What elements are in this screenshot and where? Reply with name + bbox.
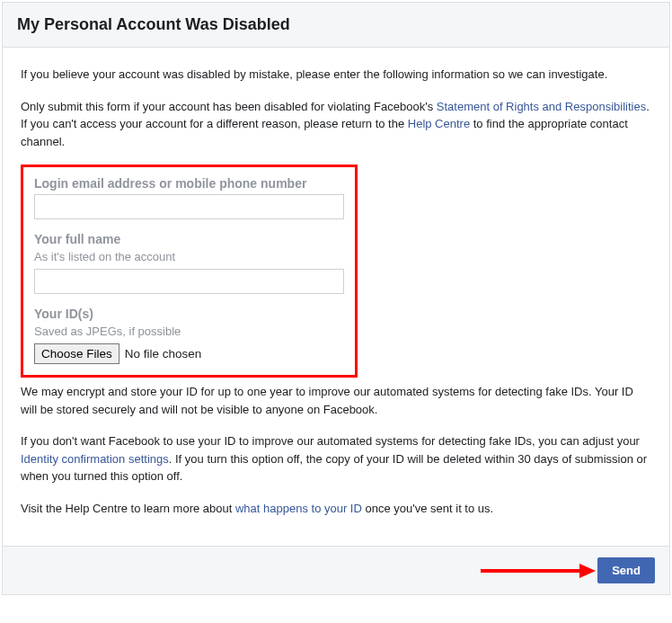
- login-label: Login email address or mobile phone numb…: [34, 176, 344, 191]
- fullname-group: Your full name As it's listed on the acc…: [34, 232, 344, 294]
- login-input[interactable]: [34, 194, 344, 219]
- svg-marker-1: [579, 564, 596, 578]
- fullname-hint: As it's listed on the account: [34, 250, 344, 263]
- fullname-input[interactable]: [34, 269, 344, 294]
- form-footer: Send: [3, 546, 669, 594]
- intro-text-2: Only submit this form if your account ha…: [21, 98, 651, 151]
- file-status-text: No file chosen: [125, 347, 202, 360]
- form-header: My Personal Account Was Disabled: [3, 3, 669, 48]
- intro-text-1: If you believe your account was disabled…: [21, 66, 651, 84]
- file-input-row: Choose Files No file chosen: [34, 343, 344, 364]
- help-centre-link[interactable]: Help Centre: [408, 117, 470, 130]
- id-hint: Saved as JPEGs, if possible: [34, 325, 344, 338]
- rights-link[interactable]: Statement of Rights and Responsibilities: [437, 100, 646, 113]
- form-fields-highlight: Login email address or mobile phone numb…: [21, 165, 358, 378]
- identity-settings-link[interactable]: Identity confirmation settings: [21, 452, 169, 466]
- encrypt-notice: We may encrypt and store your ID for up …: [21, 383, 651, 418]
- login-group: Login email address or mobile phone numb…: [34, 176, 344, 219]
- form-container: My Personal Account Was Disabled If you …: [2, 2, 670, 595]
- opt-out-notice: If you don't want Facebook to use your I…: [21, 432, 651, 485]
- learn-more-notice: Visit the Help Centre to learn more abou…: [21, 500, 651, 518]
- page-title: My Personal Account Was Disabled: [17, 15, 655, 34]
- what-happens-link[interactable]: what happens to your ID: [235, 502, 362, 515]
- id-label: Your ID(s): [34, 307, 344, 321]
- form-content: If you believe your account was disabled…: [3, 48, 669, 546]
- fullname-label: Your full name: [34, 232, 344, 246]
- arrow-annotation: [481, 562, 597, 580]
- choose-files-button[interactable]: Choose Files: [34, 343, 119, 364]
- id-group: Your ID(s) Saved as JPEGs, if possible C…: [34, 307, 344, 364]
- send-button[interactable]: Send: [597, 557, 655, 583]
